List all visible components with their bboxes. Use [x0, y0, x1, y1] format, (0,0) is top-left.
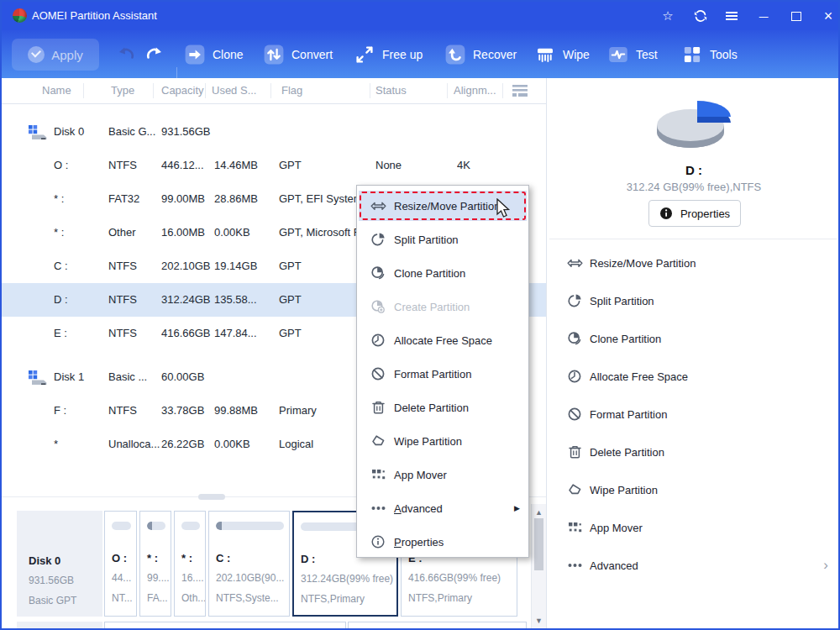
toolbar-button-tools[interactable]: Tools [682, 43, 738, 66]
toolbar-button-recover[interactable]: Recover [445, 43, 517, 66]
view-toggle-icon[interactable] [511, 83, 529, 98]
partition-filesystem: NTFS,Syste... [216, 592, 279, 604]
hamburger-menu-icon[interactable] [722, 8, 741, 24]
close-button[interactable]: × [819, 8, 837, 24]
disk-map-partition-o[interactable]: O :44...NT... [104, 511, 137, 617]
menu-item-label: Split Partition [394, 234, 459, 246]
check-icon [28, 46, 45, 63]
format-icon [369, 365, 387, 383]
toolbar-button-free-up[interactable]: Free up [354, 43, 423, 66]
toolbar-button-label: Tools [710, 48, 738, 61]
column-divider [502, 83, 503, 98]
panel-action-clone-partition[interactable]: Clone Partition [548, 326, 840, 351]
clonepie-icon [369, 264, 387, 282]
panel-action-advanced[interactable]: Advanced› [548, 553, 840, 578]
panel-action-label: Format Partition [590, 408, 667, 421]
cell-name: C : [54, 260, 106, 272]
toolbar-button-clone[interactable]: Clone [185, 43, 244, 66]
cell-used: 147.84... [214, 327, 276, 339]
menu-item-label: Wipe Partition [394, 435, 462, 448]
panel-action-delete-partition[interactable]: Delete Partition [548, 439, 840, 465]
table-header: NameTypeCapacityUsed S...FlagStatusAlign… [2, 78, 546, 104]
partition-filesystem: NTFS,Primary [301, 593, 365, 605]
test-icon [608, 45, 628, 65]
panel-action-split-partition[interactable]: Split Partition [548, 288, 840, 313]
sync-icon[interactable] [691, 8, 710, 24]
column-header-flag[interactable]: Flag [281, 84, 302, 97]
menu-item-delete-partition[interactable]: Delete Partition [359, 392, 527, 423]
menu-item-split-partition[interactable]: Split Partition [359, 224, 527, 255]
column-header-capacity[interactable]: Capacity [161, 84, 204, 97]
toolbar-button-test[interactable]: Test [608, 43, 658, 66]
toolbar-button-label: Free up [382, 48, 423, 61]
menu-item-properties[interactable]: Properties [359, 527, 527, 557]
column-divider [370, 83, 370, 98]
toolbar-button-convert[interactable]: Convert [264, 43, 333, 66]
mouse-cursor [496, 198, 511, 220]
cell-type: Basic ... [108, 370, 160, 383]
partition-row-o[interactable]: O :NTFS446.12...14.46MBGPTNone4K [2, 149, 546, 182]
panel-action-format-partition[interactable]: Format Partition [548, 402, 840, 427]
disk-row-disk-0[interactable]: Disk 0Basic G...931.56GB [2, 115, 546, 149]
scrollbar-thumb[interactable] [534, 518, 543, 570]
cell-type: NTFS [108, 293, 160, 306]
minimize-button[interactable]: ─ [754, 8, 773, 24]
panel-action-allocate-free-space[interactable]: Allocate Free Space [548, 364, 840, 389]
capacity-bar-fill [147, 522, 152, 530]
tools-icon [682, 45, 702, 65]
menu-item-app-mover[interactable]: App Mover [359, 459, 527, 490]
partition-filesystem: FA... [147, 592, 168, 604]
star-icon[interactable]: ☆ [659, 8, 677, 24]
column-header-type[interactable]: Type [111, 84, 134, 97]
apply-button[interactable]: Apply [12, 39, 99, 71]
panel-action-label: Split Partition [590, 295, 654, 307]
undo-button[interactable] [116, 45, 136, 62]
properties-button[interactable]: Properties [648, 200, 741, 227]
panel-action-label: Allocate Free Space [590, 370, 688, 383]
menu-item-label: Advanced [394, 502, 443, 515]
cell-used: 0.00KB [214, 226, 276, 239]
disk-map-partition-[interactable]: * :16....Oth... [174, 511, 206, 617]
column-header-status[interactable]: Status [375, 84, 407, 97]
menu-item-format-partition[interactable]: Format Partition [359, 359, 527, 389]
cell-used: 14.46MB [214, 159, 276, 171]
cell-cap: 446.12... [161, 159, 212, 171]
info-icon [369, 533, 387, 551]
scroll-down-icon[interactable]: ▼ [532, 614, 546, 627]
cell-cap: 99.00MB [161, 192, 212, 205]
disk-map-partition-[interactable]: * :99....FA... [139, 511, 171, 617]
disk-map-partition-partial [104, 622, 346, 630]
vertical-scrollbar[interactable]: ▲ ▼ [531, 504, 546, 628]
menu-item-wipe-partition[interactable]: Wipe Partition [359, 426, 527, 456]
panel-action-wipe-partition[interactable]: Wipe Partition [548, 477, 840, 502]
cell-used: 99.88MB [214, 404, 276, 417]
disk-map-partition-c[interactable]: C :202.10GB(90...NTFS,Syste... [208, 511, 290, 617]
column-header-used-s[interactable]: Used S... [212, 84, 256, 97]
menu-item-label: Properties [394, 536, 444, 549]
cell-used: 0.00KB [214, 438, 276, 450]
partition-filesystem: Oth... [181, 592, 206, 604]
menu-item-allocate-free-space[interactable]: Allocate Free Space [359, 325, 527, 355]
format-icon [566, 406, 583, 423]
partition-letter: D : [301, 553, 315, 565]
menu-item-advanced[interactable]: Advanced▶ [359, 493, 527, 523]
vertical-divider [546, 78, 547, 628]
column-header-name[interactable]: Name [42, 84, 71, 97]
scroll-up-icon[interactable]: ▲ [532, 506, 546, 518]
splitter-handle[interactable] [198, 494, 225, 500]
redo-button[interactable] [144, 45, 165, 62]
cell-name: * : [54, 226, 106, 239]
column-header-alignm[interactable]: Alignm... [454, 84, 496, 97]
convert-icon [264, 45, 284, 65]
context-menu: Resize/Move PartitionSplit PartitionClon… [356, 185, 529, 558]
clone-icon [185, 45, 205, 65]
menu-item-clone-partition[interactable]: Clone Partition [359, 258, 527, 288]
toolbar-button-wipe[interactable]: Wipe [535, 43, 590, 66]
eraser-icon [566, 481, 583, 498]
maximize-button[interactable] [787, 8, 806, 24]
disk-map-disk0-card[interactable]: Disk 0 931.56GB Basic GPT [17, 511, 102, 617]
panel-action-resize-move-partition[interactable]: Resize/Move Partition [548, 250, 840, 276]
cell-name: Disk 0 [54, 125, 106, 138]
panel-action-app-mover[interactable]: App Mover [548, 515, 840, 540]
properties-label: Properties [680, 207, 730, 220]
